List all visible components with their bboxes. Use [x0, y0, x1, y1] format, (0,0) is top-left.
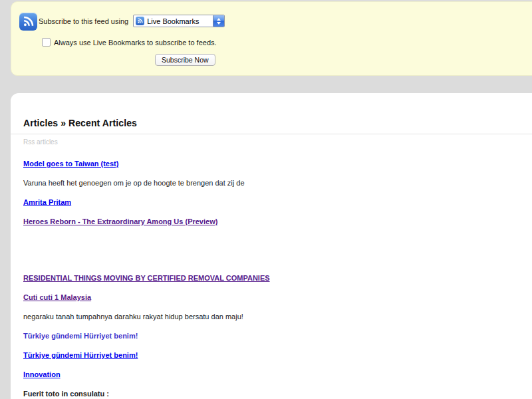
always-use-checkbox-label: Always use Live Bookmarks to subscribe t…: [54, 39, 217, 47]
feed-entry: Türkiye gündemi Hürriyet benim!: [23, 351, 532, 360]
rss-feed-icon-small: [136, 17, 144, 25]
feed-entry-link[interactable]: Model goes to Taiwan (test): [23, 160, 118, 168]
feed-handler-dropdown[interactable]: Live Bookmarks: [133, 15, 225, 27]
feed-entry-spacer: [23, 237, 532, 263]
feed-entry: Heroes Reborn - The Extraordinary Among …: [23, 217, 532, 226]
feed-entry-text: negaraku tanah tumpahnya darahku rakyat …: [23, 313, 532, 321]
rss-feed-icon: [19, 13, 37, 31]
feed-entry-text: Fuerit toto in consulatu :: [23, 390, 532, 398]
feed-entry: Türkiye gündemi Hürriyet benim!: [23, 332, 532, 340]
feed-entry-link[interactable]: Heroes Reborn - The Extraordinary Among …: [23, 217, 217, 225]
feed-entries: Model goes to Taiwan (test)Varuna heeft …: [11, 146, 532, 398]
feed-entry-text: Varuna heeft het genoegen om je op de ho…: [23, 179, 532, 188]
feed-content-card: Articles » Recent Articles Rss articles …: [11, 93, 532, 399]
feed-entry-link[interactable]: Cuti cuti 1 Malaysia: [23, 293, 91, 301]
feed-entry: RESIDENTIAL THINGS MOVING BY CERTIFIED R…: [23, 274, 532, 283]
always-use-checkbox-row: Always use Live Bookmarks to subscribe t…: [42, 38, 217, 47]
subscribe-panel: Subscribe to this feed using Live Bookma…: [11, 1, 532, 76]
subscribe-label: Subscribe to this feed using: [39, 17, 128, 25]
always-use-checkbox[interactable]: [42, 38, 51, 47]
feed-entry-link[interactable]: RESIDENTIAL THINGS MOVING BY CERTIFIED R…: [23, 274, 270, 282]
chevron-down-icon: [217, 22, 221, 25]
feed-title: Articles » Recent Articles: [23, 118, 137, 128]
feed-entry-link[interactable]: Türkiye gündemi Hürriyet benim!: [23, 332, 138, 340]
feed-entry: Amrita Pritam: [23, 198, 532, 207]
feed-header: Articles » Recent Articles: [11, 93, 532, 134]
subscribe-row: Subscribe to this feed using Live Bookma…: [39, 15, 225, 27]
feed-entry-link[interactable]: Türkiye gündemi Hürriyet benim!: [23, 351, 138, 359]
subscribe-now-button[interactable]: Subscribe Now: [155, 54, 215, 66]
feed-entry: Model goes to Taiwan (test): [23, 160, 532, 168]
feed-subtitle: Rss articles: [11, 134, 532, 146]
dropdown-stepper-icon[interactable]: [213, 15, 224, 27]
feed-entry-link[interactable]: Amrita Pritam: [23, 198, 71, 206]
feed-entry: Cuti cuti 1 Malaysia: [23, 293, 532, 302]
dropdown-selected-value: Live Bookmarks: [147, 17, 199, 25]
feed-entry: Innovation: [23, 370, 532, 379]
feed-entry-link[interactable]: Innovation: [23, 370, 61, 378]
chevron-up-icon: [217, 18, 221, 21]
